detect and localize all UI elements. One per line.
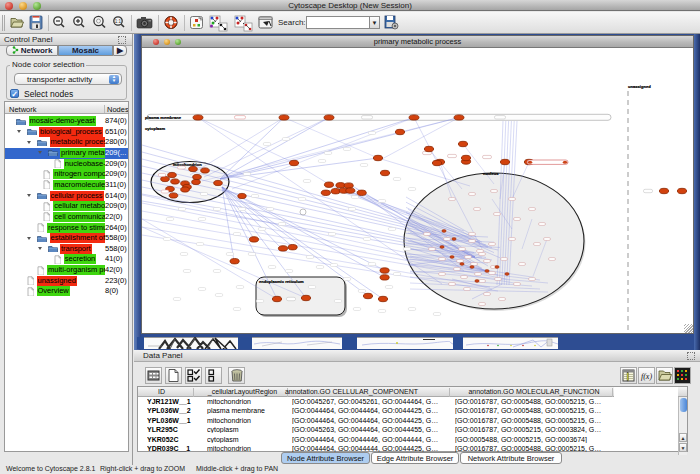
- svg-text:plasma membrane: plasma membrane: [145, 115, 182, 120]
- svg-text:1:1: 1:1: [115, 19, 122, 24]
- svg-text:endoplasmic reticulum: endoplasmic reticulum: [259, 279, 304, 284]
- svg-text:nucleus: nucleus: [483, 171, 499, 176]
- svg-text:cytoplasm: cytoplasm: [145, 126, 166, 131]
- svg-text:mitochondrion: mitochondrion: [173, 162, 202, 167]
- svg-text:f(x): f(x): [641, 372, 652, 381]
- svg-text:unassigned: unassigned: [628, 84, 651, 89]
